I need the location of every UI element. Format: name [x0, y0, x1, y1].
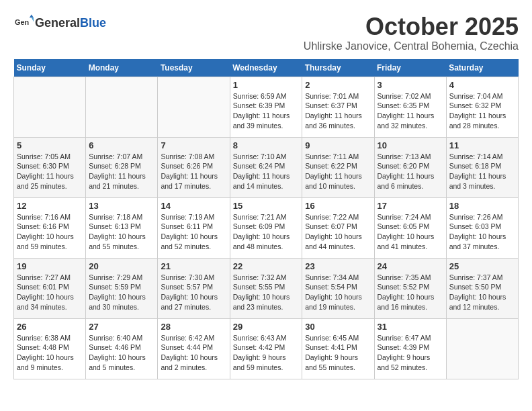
page-header: Gen GeneralBlue October 2025 Uhlirske Ja…	[13, 13, 519, 52]
day-info: Sunrise: 7:21 AM Sunset: 6:09 PM Dayligh…	[233, 212, 300, 252]
calendar-cell: 27Sunrise: 6:40 AM Sunset: 4:46 PM Dayli…	[86, 318, 158, 379]
day-of-week-header: Friday	[374, 59, 446, 77]
calendar-cell: 11Sunrise: 7:14 AM Sunset: 6:18 PM Dayli…	[446, 137, 518, 197]
day-number: 29	[233, 322, 300, 332]
day-info: Sunrise: 7:18 AM Sunset: 6:13 PM Dayligh…	[89, 212, 154, 252]
day-number: 17	[378, 201, 443, 211]
calendar-cell: 9Sunrise: 7:11 AM Sunset: 6:22 PM Daylig…	[302, 137, 374, 197]
day-number: 16	[305, 201, 371, 211]
day-info: Sunrise: 7:01 AM Sunset: 6:37 PM Dayligh…	[305, 91, 371, 131]
day-number: 2	[305, 80, 371, 90]
day-info: Sunrise: 6:43 AM Sunset: 4:42 PM Dayligh…	[233, 333, 300, 373]
calendar-week-row: 26Sunrise: 6:38 AM Sunset: 4:48 PM Dayli…	[14, 318, 519, 379]
day-number: 5	[17, 140, 83, 150]
svg-marker-2	[32, 17, 34, 21]
day-info: Sunrise: 7:24 AM Sunset: 6:05 PM Dayligh…	[378, 212, 443, 252]
calendar-cell: 21Sunrise: 7:30 AM Sunset: 5:57 PM Dayli…	[158, 258, 230, 318]
day-number: 24	[378, 261, 443, 271]
day-of-week-header: Wednesday	[230, 59, 302, 77]
day-number: 10	[378, 140, 443, 150]
calendar-cell: 22Sunrise: 7:32 AM Sunset: 5:55 PM Dayli…	[230, 258, 302, 318]
day-info: Sunrise: 6:59 AM Sunset: 6:39 PM Dayligh…	[233, 91, 300, 131]
calendar-cell: 30Sunrise: 6:45 AM Sunset: 4:41 PM Dayli…	[302, 318, 374, 379]
day-number: 26	[17, 322, 83, 332]
day-number: 11	[449, 140, 515, 150]
day-info: Sunrise: 7:30 AM Sunset: 5:57 PM Dayligh…	[161, 273, 226, 312]
calendar-cell: 17Sunrise: 7:24 AM Sunset: 6:05 PM Dayli…	[374, 197, 446, 258]
day-info: Sunrise: 7:14 AM Sunset: 6:18 PM Dayligh…	[449, 152, 515, 191]
day-info: Sunrise: 6:42 AM Sunset: 4:44 PM Dayligh…	[161, 333, 226, 373]
month-title: October 2025	[304, 13, 519, 40]
day-info: Sunrise: 7:08 AM Sunset: 6:26 PM Dayligh…	[161, 152, 226, 191]
day-of-week-header: Monday	[86, 59, 158, 77]
day-info: Sunrise: 7:26 AM Sunset: 6:03 PM Dayligh…	[449, 212, 515, 252]
day-info: Sunrise: 7:04 AM Sunset: 6:32 PM Dayligh…	[449, 91, 515, 131]
day-number: 14	[161, 201, 226, 211]
day-info: Sunrise: 6:40 AM Sunset: 4:46 PM Dayligh…	[89, 333, 154, 373]
day-number: 22	[233, 261, 300, 271]
day-info: Sunrise: 7:13 AM Sunset: 6:20 PM Dayligh…	[378, 152, 443, 191]
calendar-cell: 8Sunrise: 7:10 AM Sunset: 6:24 PM Daylig…	[230, 137, 302, 197]
day-number: 15	[233, 201, 300, 211]
day-info: Sunrise: 6:45 AM Sunset: 4:41 PM Dayligh…	[305, 333, 371, 373]
day-info: Sunrise: 7:35 AM Sunset: 5:52 PM Dayligh…	[378, 273, 443, 312]
calendar-cell: 28Sunrise: 6:42 AM Sunset: 4:44 PM Dayli…	[158, 318, 230, 379]
day-number: 25	[449, 261, 515, 271]
day-number: 1	[233, 80, 300, 90]
logo-general: General	[35, 16, 80, 30]
calendar-cell: 10Sunrise: 7:13 AM Sunset: 6:20 PM Dayli…	[374, 137, 446, 197]
calendar-body: 1Sunrise: 6:59 AM Sunset: 6:39 PM Daylig…	[14, 77, 519, 379]
day-of-week-header: Thursday	[302, 59, 374, 77]
calendar-week-row: 19Sunrise: 7:27 AM Sunset: 6:01 PM Dayli…	[14, 258, 519, 318]
calendar-cell: 7Sunrise: 7:08 AM Sunset: 6:26 PM Daylig…	[158, 137, 230, 197]
svg-marker-1	[30, 15, 34, 18]
day-info: Sunrise: 7:34 AM Sunset: 5:54 PM Dayligh…	[305, 273, 371, 312]
calendar-cell: 2Sunrise: 7:01 AM Sunset: 6:37 PM Daylig…	[302, 77, 374, 137]
day-info: Sunrise: 7:10 AM Sunset: 6:24 PM Dayligh…	[233, 152, 300, 191]
day-number: 4	[449, 80, 515, 90]
calendar-cell	[86, 77, 158, 137]
calendar-cell: 14Sunrise: 7:19 AM Sunset: 6:11 PM Dayli…	[158, 197, 230, 258]
calendar-cell: 25Sunrise: 7:37 AM Sunset: 5:50 PM Dayli…	[446, 258, 518, 318]
day-info: Sunrise: 7:05 AM Sunset: 6:30 PM Dayligh…	[17, 152, 83, 191]
calendar-cell: 31Sunrise: 6:47 AM Sunset: 4:39 PM Dayli…	[374, 318, 446, 379]
day-info: Sunrise: 7:32 AM Sunset: 5:55 PM Dayligh…	[233, 273, 300, 312]
day-number: 23	[305, 261, 371, 271]
calendar-cell: 4Sunrise: 7:04 AM Sunset: 6:32 PM Daylig…	[446, 77, 518, 137]
calendar-cell: 3Sunrise: 7:02 AM Sunset: 6:35 PM Daylig…	[374, 77, 446, 137]
day-number: 13	[89, 201, 154, 211]
day-info: Sunrise: 7:16 AM Sunset: 6:16 PM Dayligh…	[17, 212, 83, 252]
calendar-cell: 29Sunrise: 6:43 AM Sunset: 4:42 PM Dayli…	[230, 318, 302, 379]
day-of-week-header: Sunday	[14, 59, 86, 77]
day-info: Sunrise: 7:02 AM Sunset: 6:35 PM Dayligh…	[378, 91, 443, 131]
day-number: 8	[233, 140, 300, 150]
day-info: Sunrise: 6:47 AM Sunset: 4:39 PM Dayligh…	[378, 333, 443, 373]
day-of-week-header: Tuesday	[158, 59, 230, 77]
calendar-week-row: 1Sunrise: 6:59 AM Sunset: 6:39 PM Daylig…	[14, 77, 519, 137]
day-of-week-header: Saturday	[446, 59, 518, 77]
day-number: 30	[305, 322, 371, 332]
location-title: Uhlirske Janovice, Central Bohemia, Czec…	[304, 40, 519, 52]
day-number: 3	[378, 80, 443, 90]
day-info: Sunrise: 7:29 AM Sunset: 5:59 PM Dayligh…	[89, 273, 154, 312]
day-number: 27	[89, 322, 154, 332]
day-number: 20	[89, 261, 154, 271]
day-number: 18	[449, 201, 515, 211]
calendar-cell: 20Sunrise: 7:29 AM Sunset: 5:59 PM Dayli…	[86, 258, 158, 318]
logo-icon: Gen	[15, 13, 34, 32]
calendar-cell: 16Sunrise: 7:22 AM Sunset: 6:07 PM Dayli…	[302, 197, 374, 258]
calendar-cell: 1Sunrise: 6:59 AM Sunset: 6:39 PM Daylig…	[230, 77, 302, 137]
day-number: 6	[89, 140, 154, 150]
calendar-cell: 23Sunrise: 7:34 AM Sunset: 5:54 PM Dayli…	[302, 258, 374, 318]
calendar-week-row: 12Sunrise: 7:16 AM Sunset: 6:16 PM Dayli…	[14, 197, 519, 258]
day-info: Sunrise: 6:38 AM Sunset: 4:48 PM Dayligh…	[17, 333, 83, 373]
calendar-cell: 24Sunrise: 7:35 AM Sunset: 5:52 PM Dayli…	[374, 258, 446, 318]
svg-text:Gen: Gen	[15, 18, 29, 26]
day-number: 9	[305, 140, 371, 150]
day-number: 31	[378, 322, 443, 332]
calendar-cell: 15Sunrise: 7:21 AM Sunset: 6:09 PM Dayli…	[230, 197, 302, 258]
logo: Gen GeneralBlue	[13, 13, 106, 32]
day-number: 12	[17, 201, 83, 211]
day-number: 19	[17, 261, 83, 271]
day-info: Sunrise: 7:11 AM Sunset: 6:22 PM Dayligh…	[305, 152, 371, 191]
